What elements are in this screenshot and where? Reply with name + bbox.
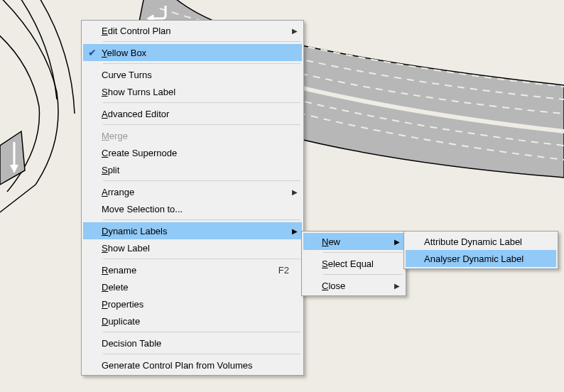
menu-label: Rename: [102, 265, 257, 276]
submenu-arrow-icon: ▶: [292, 227, 298, 235]
menu-label: Properties: [102, 299, 289, 310]
menu-label: Select Equal: [322, 258, 391, 269]
menu-item-merge: Merge: [83, 127, 302, 144]
menu-item-rename[interactable]: Rename F2: [83, 261, 302, 278]
menu-label: Edit Control Plan: [102, 26, 289, 36]
menu-label: Dynamic Labels: [102, 226, 289, 236]
menu-item-select-equal[interactable]: Select Equal: [303, 255, 404, 272]
menu-label: Show Label: [102, 243, 289, 254]
menu-label: Create Supernode: [102, 148, 289, 158]
menu-separator: [323, 274, 403, 275]
menu-label: Merge: [102, 131, 289, 141]
menu-item-move-selection-to[interactable]: Move Selection to...: [83, 200, 302, 217]
submenu-arrow-icon: ▶: [292, 188, 298, 196]
menu-label: Duplicate: [102, 316, 289, 327]
menu-separator: [103, 63, 300, 64]
menu-item-dynamic-labels[interactable]: Dynamic Labels ▶: [83, 222, 302, 239]
menu-shortcut: F2: [278, 265, 289, 276]
menu-item-show-label[interactable]: Show Label: [83, 239, 302, 256]
menu-label: Attribute Dynamic Label: [424, 236, 543, 247]
context-menu: Edit Control Plan ▶ ✔ Yellow Box Curve T…: [81, 20, 304, 376]
menu-separator: [103, 102, 300, 103]
menu-label: Show Turns Label: [102, 87, 289, 97]
menu-item-duplicate[interactable]: Duplicate: [83, 312, 302, 330]
menu-label: Split: [102, 165, 289, 175]
dynamic-labels-submenu: New ▶ Select Equal Close ▶: [301, 231, 406, 296]
menu-label: Yellow Box: [102, 48, 289, 58]
submenu-arrow-icon: ▶: [292, 27, 298, 35]
menu-item-delete[interactable]: Delete: [83, 278, 302, 295]
menu-label: Close: [322, 281, 391, 291]
menu-separator: [103, 258, 300, 259]
menu-item-edit-control-plan[interactable]: Edit Control Plan ▶: [83, 22, 302, 39]
menu-item-create-supernode[interactable]: Create Supernode: [83, 144, 302, 161]
menu-item-generate-control-plan[interactable]: Generate Control Plan from Volumes: [83, 356, 302, 374]
menu-item-new[interactable]: New ▶: [303, 233, 404, 250]
menu-item-analyser-dynamic-label[interactable]: Analyser Dynamic Label: [406, 250, 556, 267]
check-icon: ✔: [83, 47, 102, 58]
menu-separator: [323, 252, 403, 253]
menu-label: Delete: [102, 282, 289, 293]
menu-item-decision-table[interactable]: Decision Table: [83, 334, 302, 352]
menu-item-show-turns-label[interactable]: Show Turns Label: [83, 83, 302, 100]
menu-item-properties[interactable]: Properties: [83, 295, 302, 312]
menu-label: Decision Table: [102, 338, 289, 349]
menu-item-split[interactable]: Split: [83, 161, 302, 178]
menu-separator: [103, 41, 300, 42]
menu-separator: [103, 332, 300, 332]
menu-item-advanced-editor[interactable]: Advanced Editor: [83, 105, 302, 122]
submenu-arrow-icon: ▶: [394, 282, 400, 290]
menu-label: Advanced Editor: [102, 109, 289, 119]
menu-label: Curve Turns: [102, 70, 289, 80]
menu-label: Analyser Dynamic Label: [424, 254, 543, 264]
menu-item-yellow-box[interactable]: ✔ Yellow Box: [83, 44, 302, 61]
menu-label: New: [322, 236, 391, 247]
menu-label: Move Selection to...: [102, 204, 289, 214]
menu-separator: [103, 124, 300, 125]
menu-separator: [103, 219, 300, 220]
menu-separator: [103, 180, 300, 181]
new-label-submenu: Attribute Dynamic Label Analyser Dynamic…: [403, 231, 558, 269]
menu-label: Generate Control Plan from Volumes: [102, 360, 289, 371]
menu-item-attribute-dynamic-label[interactable]: Attribute Dynamic Label: [406, 233, 556, 250]
menu-item-arrange[interactable]: Arrange ▶: [83, 183, 302, 200]
submenu-arrow-icon: ▶: [394, 238, 400, 246]
menu-item-close[interactable]: Close ▶: [303, 277, 404, 294]
menu-item-curve-turns[interactable]: Curve Turns: [83, 66, 302, 83]
menu-label: Arrange: [102, 187, 289, 197]
menu-separator: [103, 354, 300, 354]
